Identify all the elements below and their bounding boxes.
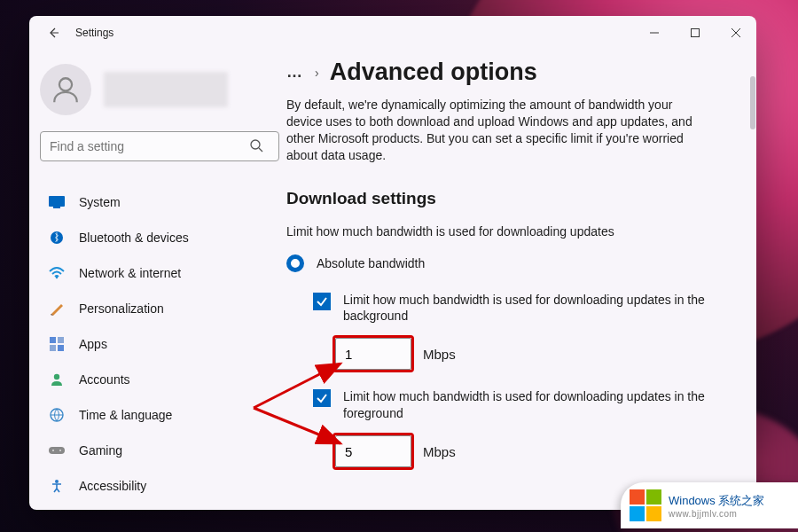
watermark-line1a: Windows	[669, 494, 718, 507]
back-button[interactable]	[42, 21, 65, 44]
sidebar-item-label: Apps	[79, 337, 107, 351]
close-icon	[732, 28, 740, 37]
sidebar-item-label: Bluetooth & devices	[79, 231, 189, 245]
chevron-right-icon: ›	[315, 66, 319, 80]
sidebar-item-accounts[interactable]: Accounts	[40, 362, 278, 397]
radio-row-absolute: Absolute bandwidth	[286, 254, 735, 272]
sidebar-nav: System Bluetooth & devices Network & int…	[40, 184, 278, 504]
windows-logo-icon	[630, 489, 661, 521]
sidebar: System Bluetooth & devices Network & int…	[29, 50, 286, 510]
annotation-highlight-fg	[332, 433, 414, 470]
watermark-url: www.bjjmlv.com	[669, 509, 764, 519]
bg-limit-block: Limit how much bandwidth is used for dow…	[286, 292, 735, 373]
section-subheading: Limit how much bandwidth is used for dow…	[286, 224, 735, 239]
sidebar-item-label: Personalization	[79, 301, 164, 316]
sidebar-item-label: System	[79, 195, 121, 209]
svg-point-14	[52, 450, 54, 451]
sidebar-item-gaming[interactable]: Gaming	[40, 433, 278, 468]
watermark-line1b: 系统之家	[718, 494, 764, 507]
window-controls	[634, 16, 756, 50]
scrollbar-thumb[interactable]	[750, 76, 755, 129]
svg-point-16	[55, 480, 59, 483]
person-icon	[49, 372, 65, 387]
settings-window: Settings	[29, 16, 756, 510]
bg-limit-input[interactable]	[335, 338, 411, 370]
svg-point-11	[54, 374, 59, 379]
sidebar-item-label: Time & language	[79, 408, 172, 422]
page-title: Advanced options	[330, 59, 537, 86]
accessibility-icon	[49, 478, 65, 494]
sidebar-item-accessibility[interactable]: Accessibility	[40, 468, 278, 504]
bg-limit-unit: Mbps	[423, 347, 456, 362]
sidebar-item-label: Gaming	[79, 443, 122, 458]
window-titlebar: Settings	[29, 16, 756, 50]
gamepad-icon	[49, 442, 65, 458]
svg-rect-13	[49, 447, 65, 454]
profile-block[interactable]	[40, 57, 278, 131]
svg-point-15	[59, 450, 61, 451]
minimize-icon	[650, 28, 659, 37]
back-arrow-icon	[47, 27, 59, 39]
profile-name-redacted	[104, 72, 228, 107]
svg-rect-4	[53, 207, 60, 208]
search-wrap	[40, 131, 278, 161]
avatar	[40, 64, 91, 115]
sidebar-item-bluetooth[interactable]: Bluetooth & devices	[40, 220, 278, 255]
close-button[interactable]	[716, 16, 756, 50]
bluetooth-icon	[49, 230, 65, 246]
svg-rect-10	[58, 345, 64, 351]
breadcrumb-ellipsis[interactable]: …	[286, 63, 304, 82]
svg-rect-3	[49, 196, 65, 207]
maximize-icon	[691, 28, 700, 37]
fg-limit-input[interactable]	[335, 435, 411, 467]
checkmark-icon	[316, 295, 328, 308]
svg-rect-9	[50, 345, 56, 351]
sidebar-item-label: Accounts	[79, 372, 130, 387]
wifi-icon	[49, 265, 65, 281]
search-input[interactable]	[40, 131, 279, 161]
fg-limit-unit: Mbps	[423, 444, 456, 459]
maximize-button[interactable]	[675, 16, 716, 50]
watermark-text: Windows 系统之家 www.bjjmlv.com	[669, 493, 764, 519]
svg-rect-7	[50, 337, 56, 343]
svg-point-6	[56, 277, 58, 278]
checkmark-icon	[316, 392, 328, 404]
radio-absolute-bandwidth[interactable]	[286, 254, 304, 272]
bg-limit-label: Limit how much bandwidth is used for dow…	[343, 292, 735, 325]
section-heading-download: Download settings	[286, 189, 735, 208]
apps-icon	[49, 336, 65, 352]
sidebar-item-apps[interactable]: Apps	[40, 326, 278, 362]
fg-limit-label: Limit how much bandwidth is used for dow…	[343, 388, 735, 422]
radio-label: Absolute bandwidth	[317, 256, 425, 270]
watermark-card: Windows 系统之家 www.bjjmlv.com	[621, 482, 798, 528]
brush-icon	[49, 301, 65, 317]
display-icon	[49, 194, 65, 210]
sidebar-item-system[interactable]: System	[40, 184, 278, 220]
minimize-button[interactable]	[634, 16, 675, 50]
annotation-highlight-bg	[332, 335, 414, 372]
fg-limit-block: Limit how much bandwidth is used for dow…	[286, 388, 735, 470]
sidebar-item-network[interactable]: Network & internet	[40, 255, 278, 291]
globe-icon	[49, 407, 65, 423]
person-avatar-icon	[51, 74, 81, 105]
sidebar-item-label: Network & internet	[79, 266, 181, 280]
breadcrumb: … › Advanced options	[286, 59, 735, 86]
page-description: By default, we're dynamically optimizing…	[286, 97, 694, 164]
sidebar-item-time-language[interactable]: Time & language	[40, 397, 278, 433]
checkbox-fg-limit[interactable]	[313, 389, 331, 407]
svg-rect-8	[58, 337, 64, 343]
app-title: Settings	[75, 27, 634, 39]
checkbox-bg-limit[interactable]	[313, 293, 331, 310]
svg-point-1	[59, 78, 72, 90]
sidebar-item-personalization[interactable]: Personalization	[40, 291, 278, 326]
svg-rect-0	[692, 29, 700, 37]
window-body: System Bluetooth & devices Network & int…	[29, 50, 756, 510]
content-pane: … › Advanced options By default, we're d…	[286, 50, 756, 510]
sidebar-item-label: Accessibility	[79, 479, 146, 493]
